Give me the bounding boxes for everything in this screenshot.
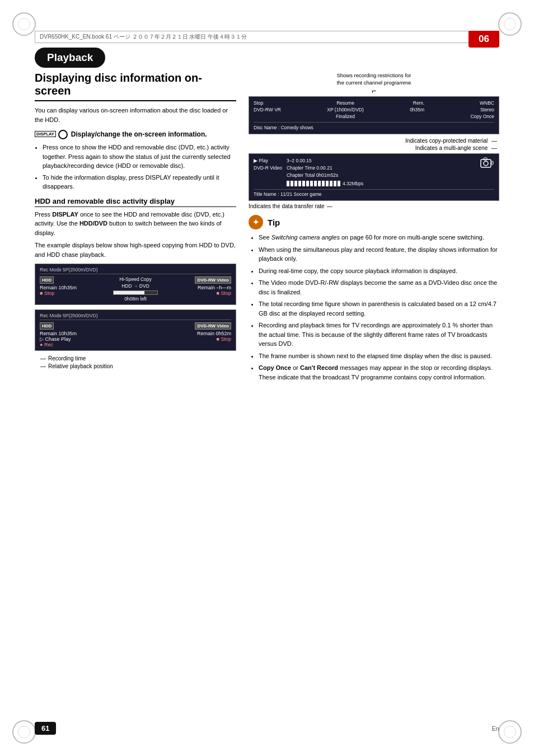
corner-tl <box>12 12 36 36</box>
display-label-small: DISPLAY <box>35 131 56 137</box>
left-column: Displaying disc information on-screen Yo… <box>35 66 236 717</box>
disc-top-right: WNBC Stereo Copy Once <box>470 100 494 120</box>
multi-angle-annotation: Indicates a multi-angle scene — <box>249 145 499 151</box>
page-number-box: 61 <box>35 722 56 735</box>
main-layout: Displaying disc information on-screen Yo… <box>35 66 499 717</box>
dvd-label-1: DVD-RW Video <box>195 276 231 284</box>
display-circle-icon <box>58 130 68 139</box>
corner-bl <box>12 720 36 744</box>
tip-item-1: When using the simultaneous play and rec… <box>259 245 499 264</box>
dvd-block-1: DVD-RW Video Remain –h—m ■ Stop <box>192 276 231 296</box>
play-info-col: 3–2 0.00.15 Chapter Time 0.00.21 Chapter… <box>287 157 475 187</box>
section-header-banner: Playback <box>35 48 499 68</box>
display-box2-body: HDD Remain 10h35m ▷ Chase Play ● Rec DVD… <box>40 322 231 348</box>
hdd-label-1: HDD <box>40 276 54 284</box>
display-bullets: Press once to show the HDD and removable… <box>43 143 236 191</box>
dvd-remain-2: Remain 0h52m <box>186 331 231 336</box>
tip-header-row: ✦ Tip <box>249 215 499 229</box>
play-display: ▶ Play DVD-R Video 3–2 0.00.15 Chapter T… <box>249 153 499 201</box>
bullet-1: Press once to show the HDD and removable… <box>43 143 236 171</box>
file-info-bar: DVR650HK_KC_EN.book 61 ページ ２００７年２月２１日 水曜… <box>35 31 499 43</box>
copy-protected-annotation: Indicates copy-protected material — <box>249 138 499 144</box>
data-transfer-annotation: Indicates the data transfer rate — <box>249 203 499 209</box>
recording-time-annotation: — Recording time <box>40 355 236 361</box>
disc-top-center: Resume XP (1h00m/DVD) Finalized <box>327 100 364 120</box>
display-box-1: Rec Mode 5P(2h00m/DVD) HDD Remain 10h35m… <box>35 264 236 305</box>
bottom-bar: 61 En <box>35 722 499 735</box>
disc-top-left: Stop DVD-RW VR <box>254 100 281 120</box>
tip-item-0: See Switching camera angles on page 60 f… <box>259 233 499 242</box>
progress-bar-1 <box>113 290 158 295</box>
tip-item-4: The total recording time figure shown in… <box>259 299 499 318</box>
chapter-tab: 06 <box>469 31 499 48</box>
play-left-col: ▶ Play DVD-R Video <box>254 157 282 172</box>
bullet-2: To hide the information display, press D… <box>43 173 236 191</box>
callout-top-label: Shows recording restrictions for the cur… <box>249 72 499 87</box>
play-progress-bars <box>287 181 340 186</box>
display-box-2: Rec Mode 5P(2h00m/DVD) HDD Remain 10h35m… <box>35 309 236 351</box>
dvd-stop-1: ■ Stop <box>192 290 231 296</box>
tip-list: See Switching camera angles on page 60 f… <box>259 233 499 382</box>
tip-item-6: The frame number is shown next to the el… <box>259 351 499 361</box>
play-title-row: Title Name : 11/21 Soccer game <box>254 189 494 197</box>
sub-body2: The example displays below show high-spe… <box>35 241 236 259</box>
hdd-block-2: HDD Remain 10h35m ▷ Chase Play ● Rec <box>40 322 90 348</box>
play-progress-row: 4.32Mbps <box>287 180 475 187</box>
tip-item-3: The Video mode DVD-R/-RW displays become… <box>259 278 499 297</box>
tip-icon: ✦ <box>249 215 263 229</box>
bottom-en-label: En <box>492 725 499 732</box>
hdd-block-1: HDD Remain 10h35m ■ Stop <box>40 276 79 296</box>
label-annotations: — Recording time — Relative playback pos… <box>35 355 236 369</box>
disc-name-row: Disc Name : Comedy shows <box>254 125 494 130</box>
hdd-remain-1: Remain 10h35m <box>40 285 79 290</box>
tip-item-2: During real-time copy, the copy source p… <box>259 266 499 276</box>
corner-br <box>498 720 522 744</box>
sub-body1: Press DISPLAY once to see the HDD and re… <box>35 210 236 238</box>
page-title: Displaying disc information on-screen <box>35 72 236 101</box>
display-box1-header: Rec Mode 5P(2h00m/DVD) <box>40 267 231 274</box>
intro-text: You can display various on-screen inform… <box>35 106 236 124</box>
relative-playback-annotation: — Relative playback position <box>40 363 236 369</box>
callout-brace: ⌐ <box>249 88 499 94</box>
center-arrow-1: HDD → DVD <box>82 283 189 289</box>
play-speed: 4.32Mbps <box>343 180 363 187</box>
center-block-1: Hi-Speed Copy HDD → DVD 0h08m left <box>82 276 189 302</box>
center-top-1: Hi-Speed Copy <box>82 276 189 282</box>
sub-section-title: HDD and removable disc activity display <box>35 197 236 207</box>
tip-item-5: Recording and playback times for TV reco… <box>259 321 499 349</box>
corner-tr <box>498 12 522 36</box>
file-info-text: DVR650HK_KC_EN.book 61 ページ ２００７年２月２１日 水曜… <box>40 34 247 40</box>
display-heading: Display/change the on-screen information… <box>71 130 207 139</box>
dvd-label-2: DVD-RW Video <box>195 322 231 330</box>
dvd-remain-1: Remain –h—m <box>192 285 231 290</box>
hdd-remain-2: Remain 10h35m <box>40 331 90 336</box>
hdd-rec-2: ● Rec <box>40 342 90 348</box>
display-box2-header: Rec Mode 5P(2h00m/DVD) <box>40 313 231 320</box>
hdd-label-2: HDD <box>40 322 54 330</box>
display-box1-body: HDD Remain 10h35m ■ Stop Hi-Speed Copy H… <box>40 276 231 302</box>
svg-point-1 <box>484 161 488 166</box>
right-column: Shows recording restrictions for the cur… <box>249 66 499 717</box>
tip-section: ✦ Tip See Switching camera angles on pag… <box>249 215 499 382</box>
camera-icon <box>480 157 494 168</box>
hdd-chase-2: ▷ Chase Play <box>40 336 90 342</box>
display-button-row: DISPLAY Display/change the on-screen inf… <box>35 130 236 139</box>
disc-info-display: Stop DVD-RW VR Resume XP (1h00m/DVD) Fin… <box>249 96 499 135</box>
svg-rect-0 <box>481 159 491 167</box>
hdd-stop-1: ■ Stop <box>40 290 79 296</box>
disc-top-rem: Rem. 0h35m <box>410 100 424 120</box>
svg-rect-3 <box>491 161 493 165</box>
section-header-label: Playback <box>35 48 105 68</box>
dvd-stop-2: ■ Stop <box>186 336 231 342</box>
center-bottom-1: 0h08m left <box>82 296 189 302</box>
play-main-row: ▶ Play DVD-R Video 3–2 0.00.15 Chapter T… <box>254 157 494 187</box>
dvd-block-2: DVD-RW Video Remain 0h52m ■ Stop <box>186 322 231 342</box>
tip-item-7: Copy Once or Can't Record messages may a… <box>259 363 499 382</box>
tip-title: Tip <box>268 218 280 227</box>
disc-top-row: Stop DVD-RW VR Resume XP (1h00m/DVD) Fin… <box>254 100 494 123</box>
